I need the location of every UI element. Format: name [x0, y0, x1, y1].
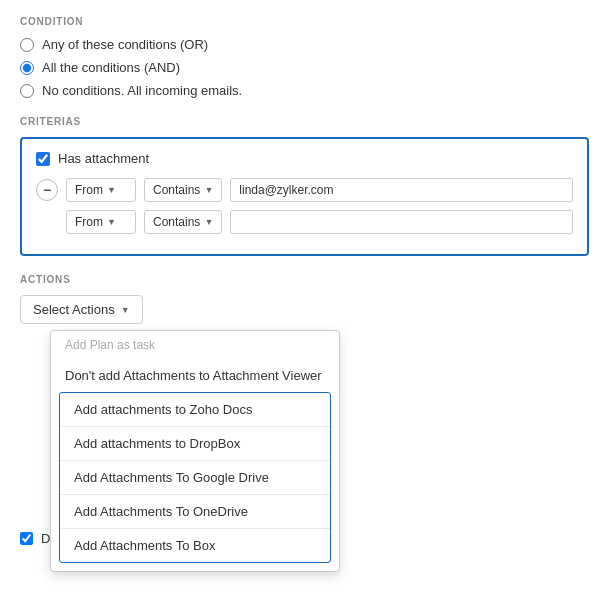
has-attachment-checkbox[interactable]: [36, 152, 50, 166]
condition-and-radio[interactable]: [20, 61, 34, 75]
condition-none-label: No conditions. All incoming emails.: [42, 83, 242, 98]
dropdown-item-google-drive[interactable]: Add Attachments To Google Drive: [60, 461, 330, 495]
operator-dropdown-2[interactable]: Contains ▼: [144, 210, 222, 234]
actions-label: ACTIONS: [20, 274, 589, 285]
select-actions-button[interactable]: Select Actions ▼: [20, 295, 143, 324]
criteria-row-2: From ▼ Contains ▼: [36, 210, 573, 234]
dropdown-item-no-attachment[interactable]: Don't add Attachments to Attachment View…: [51, 359, 339, 392]
operator-label-1: Contains: [153, 183, 200, 197]
field-dropdown-1[interactable]: From ▼: [66, 178, 136, 202]
operator-chevron-1: ▼: [204, 185, 213, 195]
field-dropdown-2[interactable]: From ▼: [66, 210, 136, 234]
operator-label-2: Contains: [153, 215, 200, 229]
operator-chevron-2: ▼: [204, 217, 213, 227]
dropdown-item-box[interactable]: Add Attachments To Box: [60, 529, 330, 562]
value-input-2[interactable]: [230, 210, 573, 234]
has-attachment-label: Has attachment: [58, 151, 149, 166]
dropdown-bordered-list: Add attachments to Zoho Docs Add attachm…: [59, 392, 331, 563]
dropdown-item-dropbox[interactable]: Add attachments to DropBox: [60, 427, 330, 461]
value-input-1[interactable]: [230, 178, 573, 202]
condition-or-label: Any of these conditions (OR): [42, 37, 208, 52]
remove-criteria-button[interactable]: −: [36, 179, 58, 201]
select-actions-text: Select Actions: [33, 302, 115, 317]
criterias-label: CRITERIAS: [20, 116, 589, 127]
dropdown-item-zoho-docs[interactable]: Add attachments to Zoho Docs: [60, 393, 330, 427]
field-chevron-1: ▼: [107, 185, 116, 195]
field-label-1: From: [75, 183, 103, 197]
criteria-row-1: − From ▼ Contains ▼: [36, 178, 573, 202]
dropdown-item-add-plan[interactable]: Add Plan as task: [51, 331, 339, 359]
actions-dropdown-menu: Add Plan as task Don't add Attachments t…: [50, 330, 340, 572]
condition-and-label: All the conditions (AND): [42, 60, 180, 75]
condition-or-radio[interactable]: [20, 38, 34, 52]
operator-dropdown-1[interactable]: Contains ▼: [144, 178, 222, 202]
field-label-2: From: [75, 215, 103, 229]
do-not-checkbox[interactable]: [20, 532, 33, 545]
criteria-box: Has attachment − From ▼ Contains ▼ From: [20, 137, 589, 256]
field-chevron-2: ▼: [107, 217, 116, 227]
select-actions-chevron: ▼: [121, 305, 130, 315]
dropdown-item-onedrive[interactable]: Add Attachments To OneDrive: [60, 495, 330, 529]
condition-none-radio[interactable]: [20, 84, 34, 98]
condition-label: CONDITION: [20, 16, 589, 27]
